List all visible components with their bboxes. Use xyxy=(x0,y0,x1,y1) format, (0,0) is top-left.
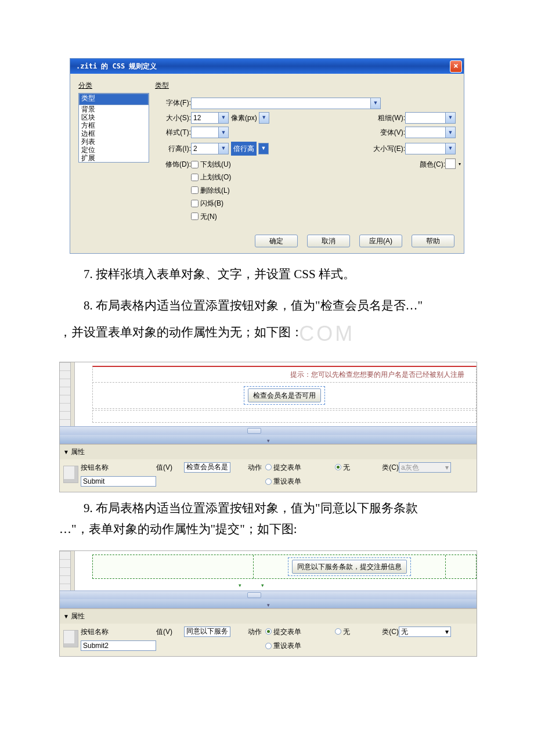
class-select[interactable]: a灰色▾ xyxy=(399,462,451,473)
category-item[interactable]: 类型 xyxy=(79,93,149,105)
value-label: 值(V) xyxy=(156,626,184,638)
category-list[interactable]: 类型 背景 区块 方框 边框 列表 定位 扩展 xyxy=(78,93,149,163)
underline-checkbox[interactable] xyxy=(191,161,199,168)
size-label: 大小(S): xyxy=(155,112,191,124)
color-label: 颜色(C): xyxy=(410,159,445,170)
name-input[interactable] xyxy=(81,640,156,651)
dreamweaver-panel-agree: 同意以下服务条款，提交注册信息 ▾ ▾ ▾ ▼ 属性 按钮名称 值(V) xyxy=(59,550,477,657)
chevron-down-icon[interactable]: ▼ xyxy=(259,112,269,124)
check-username-button[interactable]: 检查会员名是否可用 xyxy=(248,388,321,402)
paragraph-9a: 9. 布局表格内适当位置添置按钮对象，值为"同意以下服务条款 xyxy=(59,498,475,519)
font-input[interactable] xyxy=(191,98,371,109)
overline-checkbox[interactable] xyxy=(191,174,199,181)
name-input[interactable] xyxy=(81,476,156,487)
color-picker[interactable] xyxy=(445,159,456,169)
left-gutter xyxy=(70,551,75,591)
category-item[interactable]: 定位 xyxy=(79,146,149,154)
watermark: COM xyxy=(299,322,355,345)
category-item[interactable]: 列表 xyxy=(79,138,149,146)
action-submit-radio[interactable]: 提交表单 xyxy=(265,462,335,473)
action-reset-radio[interactable]: 重设表单 xyxy=(265,476,335,487)
horizontal-scrollbar[interactable] xyxy=(60,591,477,599)
section-header: 类型 xyxy=(155,80,456,91)
chevron-down-icon[interactable]: ▼ xyxy=(218,112,229,124)
button-element-icon xyxy=(63,630,78,647)
category-item[interactable]: 背景 xyxy=(79,105,149,113)
paragraph-7: 7. 按样张填入表单对象、文字，并设置 CSS 样式。 xyxy=(59,264,475,285)
size-unit: 像素(px) xyxy=(231,112,257,124)
size-input[interactable] xyxy=(191,112,219,124)
category-item[interactable]: 方框 xyxy=(79,121,149,129)
button-element-icon xyxy=(63,466,78,483)
properties-panel: 按钮名称 值(V) 动作 提交表单 无 类(C) 无▾ 重设表单 xyxy=(60,624,477,657)
action-none-radio[interactable]: 无 xyxy=(335,626,370,638)
style-input[interactable] xyxy=(191,127,219,138)
hint-text: 提示：您可以先检查您想要的用户名是否已经被别人注册 xyxy=(93,367,476,380)
action-none-radio[interactable]: 无 xyxy=(335,462,370,473)
vertical-ruler xyxy=(60,362,70,426)
collapse-triangle-icon[interactable]: ▼ xyxy=(63,611,69,621)
dialog-title: .ziti 的 CSS 规则定义 xyxy=(76,60,157,72)
value-label: 值(V) xyxy=(156,462,184,473)
variant-input[interactable] xyxy=(405,127,446,138)
help-button[interactable]: 帮助 xyxy=(412,235,454,247)
category-header: 分类 xyxy=(78,80,149,91)
action-reset-radio[interactable]: 重设表单 xyxy=(265,640,335,651)
name-label: 按钮名称 xyxy=(81,462,116,473)
none-checkbox[interactable] xyxy=(191,213,199,220)
chevron-down-icon[interactable]: ▼ xyxy=(370,98,381,109)
chevron-down-icon[interactable]: ▼ xyxy=(445,143,456,154)
tag-selector-bar[interactable]: ▾ xyxy=(60,435,477,444)
case-label: 大小写(E): xyxy=(368,143,405,154)
lineheight-input[interactable] xyxy=(191,143,219,154)
css-rule-dialog: .ziti 的 CSS 规则定义 × 分类 类型 背景 区块 方框 边框 列表 … xyxy=(70,58,464,254)
category-item[interactable]: 边框 xyxy=(79,129,149,138)
class-select[interactable]: 无▾ xyxy=(399,627,451,637)
class-label: 类(C) xyxy=(370,626,399,638)
category-item[interactable]: 区块 xyxy=(79,113,149,121)
lineheight-unit: 倍行高 xyxy=(231,142,257,156)
properties-header[interactable]: ▼ 属性 xyxy=(60,444,477,459)
horizontal-scrollbar[interactable] xyxy=(60,426,477,435)
action-submit-radio[interactable]: 提交表单 xyxy=(265,626,335,638)
font-label: 字体(F): xyxy=(155,97,191,109)
cancel-button[interactable]: 取消 xyxy=(307,235,350,247)
properties-header[interactable]: ▼ 属性 xyxy=(60,609,477,623)
chevron-down-icon[interactable]: ▼ xyxy=(258,143,269,154)
case-input[interactable] xyxy=(405,143,446,154)
action-label: 动作 xyxy=(230,626,265,638)
chevron-down-icon[interactable]: ▼ xyxy=(445,127,456,138)
linethrough-checkbox[interactable] xyxy=(191,186,199,194)
decoration-label: 修饰(D): xyxy=(155,159,191,170)
chevron-down-icon[interactable]: ▼ xyxy=(445,112,456,124)
value-input[interactable] xyxy=(184,627,230,637)
value-input[interactable] xyxy=(184,462,230,473)
vertical-ruler xyxy=(60,551,70,591)
blink-checkbox[interactable] xyxy=(191,200,199,207)
close-icon[interactable]: × xyxy=(450,60,462,73)
dreamweaver-panel-check: 提示：您可以先检查您想要的用户名是否已经被别人注册 检查会员名是否可用 ▾ ▼ … xyxy=(59,362,477,492)
ok-button[interactable]: 确定 xyxy=(255,235,298,247)
paragraph-9b: …"，表单对象的动作属性为"提交"；如下图: xyxy=(59,519,475,540)
style-label: 样式(T): xyxy=(155,127,191,138)
left-gutter xyxy=(70,362,75,426)
collapse-triangle-icon[interactable]: ▼ xyxy=(63,447,69,457)
lineheight-label: 行高(I): xyxy=(155,143,191,154)
name-label: 按钮名称 xyxy=(81,626,116,638)
action-label: 动作 xyxy=(230,462,265,473)
selected-button-wrap: 检查会员名是否可用 xyxy=(244,386,325,405)
properties-panel: 按钮名称 值(V) 动作 提交表单 无 类(C) a灰色▾ 重设表单 xyxy=(60,459,477,492)
class-label: 类(C) xyxy=(370,462,399,473)
apply-button[interactable]: 应用(A) xyxy=(359,235,402,247)
dialog-titlebar: .ziti 的 CSS 规则定义 × xyxy=(70,59,464,74)
category-item[interactable]: 扩展 xyxy=(79,154,149,162)
paragraph-8a: 8. 布局表格内适当位置添置按钮对象，值为"检查会员名是否…" xyxy=(59,296,475,316)
paragraph-8b: ，并设置表单对象的动作属性为无；如下图： COM xyxy=(59,316,475,351)
chevron-down-icon[interactable]: ▼ xyxy=(218,143,229,154)
variant-label: 变体(V): xyxy=(370,127,405,138)
weight-input[interactable] xyxy=(405,112,446,124)
agree-submit-button[interactable]: 同意以下服务条款，提交注册信息 xyxy=(292,560,407,574)
chevron-down-icon[interactable]: ▼ xyxy=(218,127,229,138)
weight-label: 粗细(W): xyxy=(370,112,405,124)
tag-selector-bar[interactable]: ▾ xyxy=(60,599,477,608)
